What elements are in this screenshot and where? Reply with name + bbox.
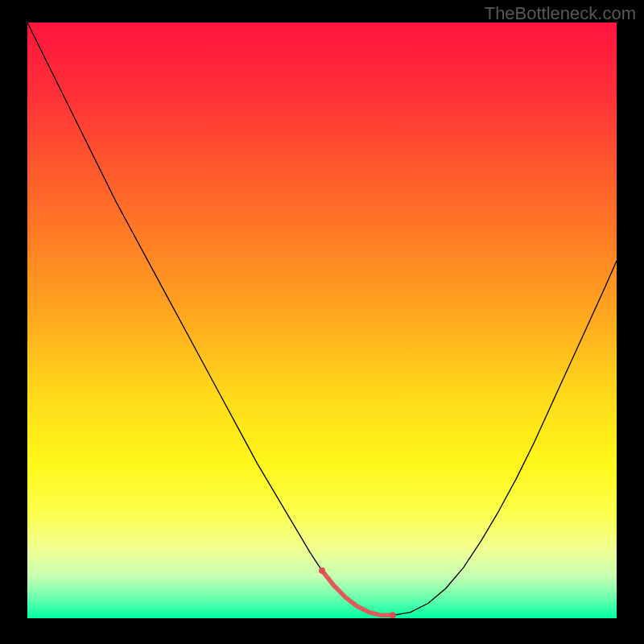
chart-svg [27, 23, 617, 618]
marker-point-1 [390, 612, 396, 618]
chart-plot [27, 23, 617, 618]
chart-background [27, 23, 617, 618]
marker-point-0 [319, 568, 325, 574]
chart-container: TheBottleneck.com [0, 0, 644, 644]
watermark-text: TheBottleneck.com [485, 3, 636, 24]
